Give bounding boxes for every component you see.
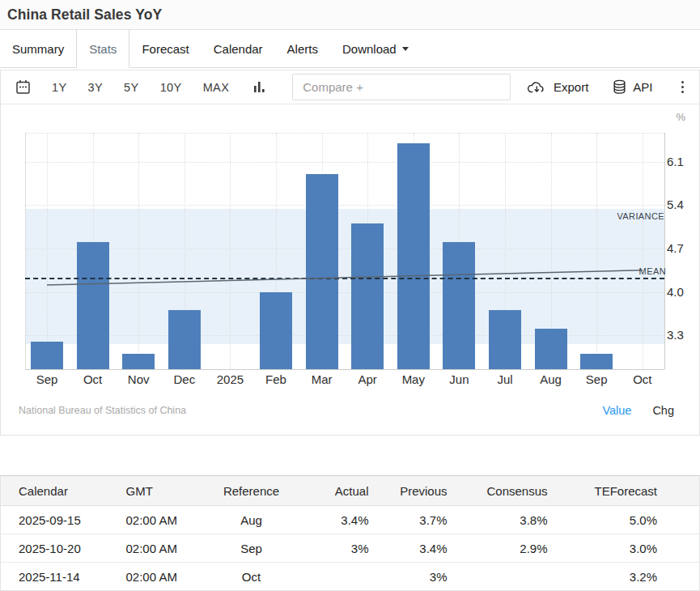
- range-button-3y[interactable]: 3Y: [88, 81, 104, 94]
- api-label: API: [633, 80, 652, 94]
- table-row: 2025-11-1402:00 AMOct3%3.2%: [1, 563, 700, 591]
- value-chg-toggle: ValueChg: [602, 404, 674, 417]
- table-row: 2025-09-1502:00 AMAug3.4%3.7%3.8%5.0%: [1, 506, 700, 534]
- range-buttons: 1Y3Y5Y10YMAX: [52, 81, 229, 94]
- tab-label: Forecast: [142, 42, 189, 56]
- database-icon: [613, 79, 626, 95]
- cell-consensus: 2.9%: [462, 534, 563, 563]
- cell-consensus: 3.8%: [462, 506, 563, 534]
- chart-toolbar: 1Y3Y5Y10YMAX: [1, 70, 699, 104]
- trend-line: [1, 104, 699, 435]
- tab-download[interactable]: Download: [330, 30, 421, 67]
- compare-input[interactable]: [292, 74, 511, 100]
- cell-teforecast: 3.2%: [563, 563, 700, 591]
- bar-chart-icon[interactable]: [253, 80, 266, 94]
- tab-label: Alerts: [287, 42, 318, 56]
- calendar-table: CalendarGMTReferenceActualPreviousConsen…: [0, 475, 700, 591]
- title-bar: China Retail Sales YoY: [0, 0, 700, 30]
- column-header-previous: Previous: [381, 476, 462, 506]
- column-header-actual: Actual: [296, 476, 381, 506]
- cell-calendar: 2025-09-15: [1, 506, 110, 534]
- column-header-reference: Reference: [207, 476, 296, 506]
- legend-chg-toggle[interactable]: Chg: [652, 404, 674, 417]
- cell-teforecast: 5.0%: [563, 506, 700, 534]
- cell-previous: 3.4%: [381, 534, 462, 563]
- export-label: Export: [554, 80, 588, 94]
- page-title: China Retail Sales YoY: [7, 6, 162, 23]
- range-button-5y[interactable]: 5Y: [124, 81, 139, 94]
- cell-reference: Aug: [207, 506, 296, 534]
- api-button[interactable]: API: [613, 79, 652, 95]
- range-button-1y[interactable]: 1Y: [52, 81, 67, 94]
- cell-gmt: 02:00 AM: [110, 506, 207, 534]
- cell-calendar: 2025-11-14: [1, 563, 110, 591]
- cell-calendar: 2025-10-20: [1, 534, 110, 563]
- cell-gmt: 02:00 AM: [110, 534, 207, 563]
- table-row: 2025-10-2002:00 AMSep3%3.4%2.9%3.0%: [1, 534, 700, 563]
- tab-alerts[interactable]: Alerts: [275, 30, 330, 67]
- column-header-consensus: Consensus: [462, 476, 563, 506]
- tab-forecast[interactable]: Forecast: [129, 30, 201, 67]
- tab-label: Stats: [89, 42, 117, 56]
- cell-actual: [296, 563, 381, 591]
- chevron-down-icon: [402, 47, 409, 51]
- page: China Retail Sales YoY SummaryStatsForec…: [0, 0, 700, 591]
- tab-label: Summary: [12, 42, 64, 56]
- kebab-menu-icon[interactable]: [677, 79, 689, 96]
- bar-chart: %6.15.44.74.03.3SepOctNovDec2025FebMarAp…: [1, 104, 699, 435]
- cell-reference: Sep: [207, 534, 296, 563]
- cell-teforecast: 3.0%: [563, 534, 700, 563]
- tab-summary[interactable]: Summary: [0, 30, 76, 67]
- column-header-gmt: GMT: [110, 476, 207, 506]
- mean-label: MEAN: [639, 266, 666, 276]
- tab-label: Download: [342, 42, 397, 56]
- toolbar-right: Export API: [527, 79, 688, 96]
- chart-card: 1Y3Y5Y10YMAX: [0, 70, 700, 436]
- cell-gmt: 02:00 AM: [110, 563, 207, 591]
- tab-calendar[interactable]: Calendar: [202, 30, 275, 67]
- export-button[interactable]: Export: [527, 80, 588, 94]
- cell-previous: 3%: [381, 563, 462, 591]
- tab-label: Calendar: [214, 42, 263, 56]
- cell-actual: 3%: [296, 534, 381, 563]
- legend-value-toggle[interactable]: Value: [602, 404, 631, 417]
- range-button-10y[interactable]: 10Y: [160, 81, 182, 94]
- source-attribution: National Bureau of Statistics of China: [19, 405, 186, 416]
- cell-reference: Oct: [207, 563, 296, 591]
- calendar-icon[interactable]: [15, 79, 31, 95]
- tab-stats[interactable]: Stats: [76, 30, 129, 68]
- cloud-download-icon: [527, 80, 547, 94]
- tab-bar: SummaryStatsForecastCalendarAlertsDownlo…: [0, 30, 700, 68]
- table-header: CalendarGMTReferenceActualPreviousConsen…: [1, 476, 700, 506]
- cell-previous: 3.7%: [381, 506, 462, 534]
- cell-actual: 3.4%: [296, 506, 381, 534]
- range-button-max[interactable]: MAX: [203, 81, 230, 94]
- column-header-teforecast: TEForecast: [563, 476, 700, 506]
- variance-label: VARIANCE: [617, 211, 664, 221]
- cell-consensus: [462, 563, 563, 591]
- column-header-calendar: Calendar: [1, 476, 110, 506]
